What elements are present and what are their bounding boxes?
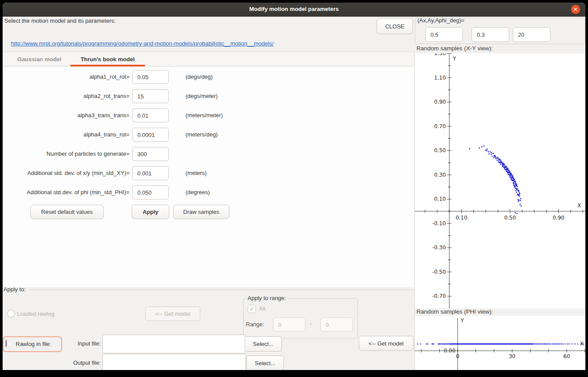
svg-text:-0.50: -0.50 [432, 269, 446, 275]
alpha4-unit: (meters/deg) [186, 128, 218, 142]
svg-text:-0.10: -0.10 [432, 220, 446, 227]
titlebar: Modify motion model parameters ✕ [3, 3, 585, 17]
xy-view-title: Random samples (X-Y view): [416, 45, 493, 52]
loaded-rawlog-label: Loaded rawlog [17, 311, 54, 317]
min-std-xy-label: Additional std. dev. of x/y (min_std_XY)… [3, 166, 130, 180]
alpha3-label: alpha3_trans_trans= [3, 108, 130, 122]
xy-samples-plot[interactable]: 0.100.500.90-0.70-0.50-0.30-0.100.100.30… [415, 53, 585, 308]
range-label: Range: [246, 321, 264, 328]
apply-to-range-label: Apply to range: [246, 295, 287, 301]
get-model-file-button[interactable]: <-- Get model [359, 336, 413, 351]
alpha1-unit: (degs/deg) [186, 70, 213, 84]
svg-text:1.30: 1.30 [434, 53, 446, 56]
draw-samples-button[interactable]: Draw samples [173, 205, 229, 219]
svg-text:0.30: 0.30 [434, 172, 446, 178]
min-std-phi-label: Additional std.dev. of phi (min_std_PHI)… [3, 185, 130, 199]
min-std-phi-unit: (degrees) [186, 185, 210, 199]
close-dialog-button[interactable]: CLOSE [377, 18, 413, 34]
instruction-label: Select the motion model and its paramete… [4, 17, 116, 24]
svg-text:Y: Y [452, 56, 456, 62]
range-to-field[interactable] [320, 318, 353, 332]
svg-text:0.90: 0.90 [553, 215, 564, 221]
range-separator: - [310, 320, 312, 327]
input-file-label: Input file: [57, 337, 101, 351]
all-checkbox[interactable]: ✓ [248, 305, 256, 313]
apply-to-group-label: Apply to: [4, 286, 26, 293]
input-file-field[interactable] [102, 335, 246, 353]
svg-text:0.90: 0.90 [434, 99, 446, 105]
ay-field[interactable] [472, 27, 509, 42]
svg-text:X: X [578, 202, 581, 209]
alpha4-field[interactable] [132, 128, 169, 142]
min-std-xy-field[interactable] [132, 166, 169, 180]
window-title: Modify motion model parameters [3, 6, 585, 12]
alpha3-field[interactable] [132, 108, 169, 122]
num-particles-field[interactable] [132, 147, 169, 161]
svg-text:0.10: 0.10 [455, 215, 467, 221]
svg-text:1.10: 1.10 [434, 75, 446, 81]
ax-field[interactable] [425, 27, 463, 42]
alpha1-label: alpha1_rot_rot= [3, 70, 130, 84]
svg-text:0.50: 0.50 [434, 147, 446, 154]
close-icon: ✕ [573, 7, 578, 12]
alpha4-label: alpha4_trans_rot= [3, 128, 130, 142]
svg-text:0.00: 0.00 [444, 348, 455, 354]
reset-default-values-button[interactable]: Reset default values [30, 205, 104, 219]
pose-group-label: (Ax,Ay,Aphi_deg)= [417, 17, 465, 24]
num-particles-label: Number of particles to generate= [3, 147, 130, 161]
svg-text:30: 30 [509, 353, 515, 360]
min-std-phi-field[interactable] [132, 185, 169, 199]
svg-text:60: 60 [564, 353, 570, 360]
alpha3-unit: (meters/meter) [186, 108, 223, 122]
output-file-label: Output file: [57, 356, 101, 370]
aphi-field[interactable] [513, 27, 550, 42]
alpha1-field[interactable] [132, 70, 169, 84]
apply-button[interactable]: Apply [132, 205, 169, 219]
output-file-select-button[interactable]: Select... [246, 356, 284, 370]
apply-to-group-border [29, 290, 414, 290]
alpha2-field[interactable] [132, 89, 169, 103]
tab-gaussian-model[interactable]: Gaussian model [13, 52, 66, 66]
svg-text:0.10: 0.10 [434, 196, 446, 202]
svg-text:Y: Y [460, 318, 464, 324]
rawlog-in-file-label: Rawlog in file: [16, 341, 51, 347]
rawlog-in-file-radio[interactable] [6, 340, 7, 347]
min-std-xy-unit: (meters) [186, 166, 206, 180]
alpha2-unit: (degs/meter) [186, 89, 218, 103]
window-close-button[interactable]: ✕ [571, 5, 580, 14]
svg-text:0.50: 0.50 [504, 215, 516, 221]
modify-motion-model-dialog: Modify motion model parameters ✕ Select … [3, 3, 585, 370]
check-icon: ✓ [249, 305, 255, 312]
tutorial-link[interactable]: http://www.mrpt.org/tutorials/programmin… [11, 40, 273, 47]
input-file-select-button[interactable]: Select... [245, 336, 282, 352]
svg-text:0.70: 0.70 [434, 123, 446, 129]
phi-samples-plot[interactable]: 030600.00YX [415, 316, 585, 370]
svg-text:0: 0 [456, 353, 459, 360]
output-file-field[interactable] [102, 354, 246, 370]
range-from-field[interactable] [273, 318, 305, 332]
alpha2-label: alpha2_rot_trans= [3, 89, 130, 103]
phi-view-title: Random samples (PHI view): [416, 308, 493, 315]
get-model-loaded-button[interactable]: <-- Get model [145, 307, 200, 321]
loaded-rawlog-radio[interactable] [7, 310, 15, 318]
svg-text:-0.70: -0.70 [432, 293, 446, 299]
svg-text:-0.30: -0.30 [432, 244, 446, 251]
all-checkbox-label: All [259, 305, 265, 312]
